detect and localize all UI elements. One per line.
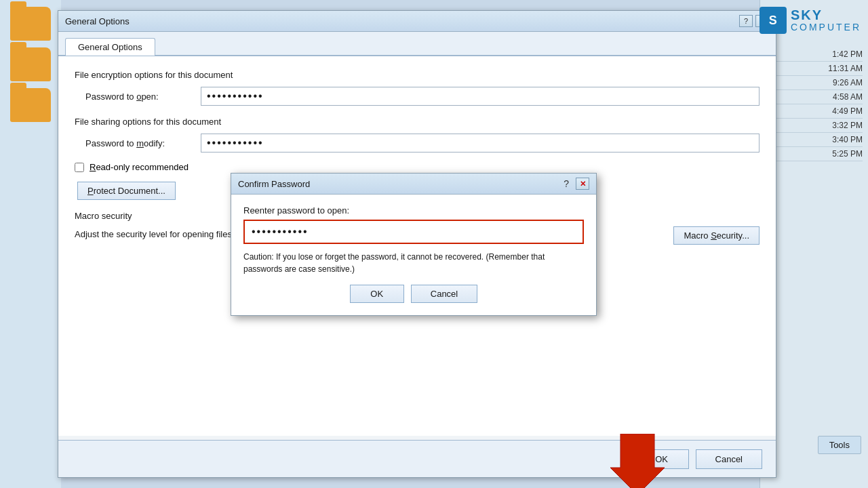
readonly-label: Read-only recommended xyxy=(90,162,189,172)
watermark-sky: SKY xyxy=(791,7,861,22)
general-options-tab[interactable]: General Options xyxy=(65,38,155,56)
outer-cancel-button[interactable]: Cancel xyxy=(696,449,762,469)
folder-item xyxy=(10,88,51,122)
confirm-password-dialog: Confirm Password ? ✕ Reenter password to… xyxy=(231,173,597,316)
svg-marker-0 xyxy=(610,434,665,488)
outer-dialog-footer: OK Cancel xyxy=(58,440,776,477)
help-button[interactable]: ? xyxy=(739,15,753,27)
protect-document-button[interactable]: Protect Document... xyxy=(77,182,176,200)
confirm-cancel-button[interactable]: Cancel xyxy=(411,285,477,303)
watermark-computer: COMPUTER xyxy=(791,22,861,33)
time-entry: 4:58 AM xyxy=(766,90,863,104)
confirm-footer: OK Cancel xyxy=(243,285,584,306)
time-entry: 9:26 AM xyxy=(766,76,863,90)
left-strip xyxy=(0,0,61,488)
macro-security-button[interactable]: Macro Security... xyxy=(673,226,760,245)
folder-item xyxy=(10,47,51,81)
folder-item xyxy=(10,7,51,41)
password-modify-label: Password to modify: xyxy=(85,138,201,148)
confirm-dialog-title-text: Confirm Password xyxy=(238,179,310,189)
confirm-dialog-titlebar: Confirm Password ? ✕ xyxy=(231,174,596,195)
caution-text: Caution: If you lose or forget the passw… xyxy=(243,251,584,275)
time-entry: 3:40 PM xyxy=(766,133,863,147)
file-sharing-title: File sharing options for this document xyxy=(75,117,760,127)
reenter-password-input[interactable] xyxy=(246,222,581,241)
readonly-checkbox[interactable] xyxy=(75,163,84,172)
password-modify-row: Password to modify: xyxy=(85,134,760,152)
watermark: S SKY COMPUTER xyxy=(760,7,861,34)
confirm-help-button[interactable]: ? xyxy=(561,178,572,189)
password-open-input[interactable] xyxy=(201,87,760,106)
time-entry: 5:25 PM xyxy=(766,147,863,161)
watermark-text: SKY COMPUTER xyxy=(791,7,861,33)
reenter-label: Reenter password to open: xyxy=(243,205,584,216)
outer-dialog-titlebar: General Options ? ✕ xyxy=(58,11,776,32)
time-entry: 3:32 PM xyxy=(766,119,863,133)
watermark-logo: S xyxy=(760,7,787,34)
confirm-dialog-controls: ? ✕ xyxy=(561,178,589,190)
file-encryption-title: File encryption options for this documen… xyxy=(75,70,760,80)
time-entry: 1:42 PM xyxy=(766,47,863,62)
tab-strip: General Options xyxy=(58,32,776,56)
reenter-input-wrapper xyxy=(243,220,584,244)
tools-button[interactable]: Tools xyxy=(818,436,861,454)
password-open-row: Password to open: xyxy=(85,87,760,106)
time-entry: 4:49 PM xyxy=(766,104,863,119)
outer-dialog-title-text: General Options xyxy=(65,16,130,26)
confirm-close-button[interactable]: ✕ xyxy=(576,178,589,190)
time-entry: 11:31 AM xyxy=(766,62,863,76)
readonly-row: Read-only recommended xyxy=(75,162,760,172)
password-open-label: Password to open: xyxy=(85,92,201,102)
confirm-ok-button[interactable]: OK xyxy=(350,285,404,303)
confirm-content: Reenter password to open: Caution: If yo… xyxy=(231,195,596,315)
password-modify-input[interactable] xyxy=(201,134,760,152)
